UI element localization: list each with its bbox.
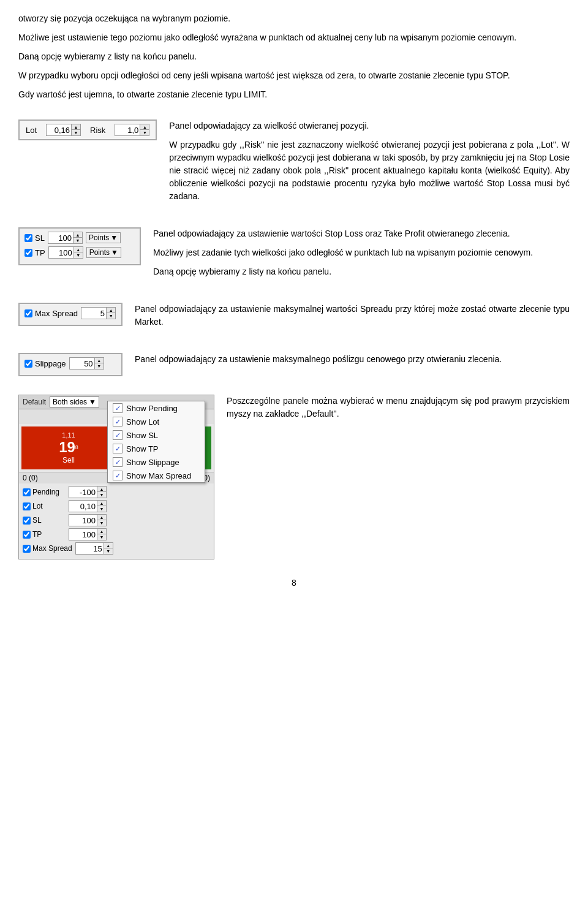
sw-sl-checkbox[interactable] [23,517,31,525]
sw-sl-arrows[interactable]: ▲ ▼ [97,515,106,526]
risk-down-arrow[interactable]: ▼ [140,130,149,135]
pending-down-arrow[interactable]: ▼ [97,492,106,498]
show-lot-label: Show Lot [126,417,159,426]
max-spread-text: Panel odpowiadający za ustawienie maksym… [135,303,570,335]
tp-checkbox-label[interactable]: TP [24,248,45,257]
sw-sl-input[interactable] [69,515,97,526]
sl-down-arrow[interactable]: ▼ [74,238,82,243]
sw-tp-input[interactable] [69,529,97,540]
pending-checkbox-label[interactable]: Pending [23,488,66,496]
sell-price-big: 19 [59,439,75,455]
slippage-spinbox[interactable]: ▲ ▼ [69,357,104,370]
pending-up-arrow[interactable]: ▲ [97,487,106,492]
sw-max-spread-spinbox[interactable]: ▲ ▼ [75,542,113,555]
tp-down-arrow[interactable]: ▼ [74,252,83,258]
sw-lot-down-arrow[interactable]: ▼ [97,506,106,512]
max-spread-arrows[interactable]: ▲ ▼ [106,308,115,319]
slippage-checkbox-label[interactable]: Slippage [24,359,66,368]
max-spread-input[interactable] [81,308,106,319]
max-spread-checkbox[interactable] [24,309,32,317]
max-spread-spinbox[interactable]: ▲ ▼ [81,307,116,319]
sw-tp-spinbox[interactable]: ▲ ▼ [69,528,107,540]
sw-max-spread-up-arrow[interactable]: ▲ [104,543,113,548]
sw-lot-checkbox-label[interactable]: Lot [23,502,66,510]
sw-tp-checkbox[interactable] [23,531,31,539]
sl-tp-panel-image: SL ▲ ▼ Points ▼ [18,227,141,265]
risk-arrows[interactable]: ▲ ▼ [140,124,149,135]
sw-lot-arrows[interactable]: ▲ ▼ [97,501,106,512]
risk-spinbox[interactable]: ▲ ▼ [115,124,149,136]
sw-tp-up-arrow[interactable]: ▲ [97,529,106,534]
slippage-label: Slippage [35,359,66,368]
page-content: otworzy się pozycja oczekująca na wybran… [18,12,570,588]
sw-max-spread-input[interactable] [76,544,104,554]
slippage-up-arrow[interactable]: ▲ [95,358,104,363]
sw-sl-down-arrow[interactable]: ▼ [97,520,106,526]
sw-sl-checkbox-label[interactable]: SL [23,516,66,525]
tp-checkbox[interactable] [24,249,32,257]
sw-max-spread-checkbox-label[interactable]: Max Spread [23,544,72,553]
slippage-input[interactable] [70,358,94,369]
sw-max-spread-arrows[interactable]: ▲ ▼ [104,543,113,554]
sl-input[interactable] [48,233,73,243]
sl-spinbox[interactable]: ▲ ▼ [48,232,83,244]
sw-max-spread-field-row: Max Spread ▲ ▼ [23,542,210,555]
risk-input[interactable] [115,125,140,135]
sw-sl-spinbox[interactable]: ▲ ▼ [69,514,107,526]
sell-button[interactable]: 1,11 198 Sell [21,426,116,469]
tp-up-arrow[interactable]: ▲ [74,247,83,252]
lot-arrows[interactable]: ▲ ▼ [71,124,80,135]
max-spread-section: Max Spread ▲ ▼ Panel odpowiadający za us… [18,303,570,335]
sl-unit-dropdown[interactable]: Points ▼ [86,232,121,243]
context-menu-item-show-sl[interactable]: ✓ Show SL [108,428,205,442]
lot-input[interactable] [47,125,71,135]
context-menu-item-show-tp[interactable]: ✓ Show TP [108,442,205,455]
slippage-arrows[interactable]: ▲ ▼ [94,358,104,369]
context-menu-item-show-max-spread[interactable]: ✓ Show Max Spread [108,469,205,482]
tp-input[interactable] [49,248,74,258]
context-menu[interactable]: ✓ Show Pending ✓ Show Lot ✓ Show SL ✓ Sh… [107,401,205,483]
sw-lot-field-row: Lot ▲ ▼ [23,500,210,512]
pending-spinbox[interactable]: ▲ ▼ [69,486,107,498]
sw-tp-arrows[interactable]: ▲ ▼ [97,529,106,540]
sw-max-spread-down-arrow[interactable]: ▼ [104,548,113,554]
sw-lot-up-arrow[interactable]: ▲ [97,501,106,506]
sw-max-spread-checkbox[interactable] [23,545,31,553]
lot-risk-text: Panel odpowiadający za wielkość otwieran… [169,119,570,209]
lot-up-arrow[interactable]: ▲ [72,124,80,130]
lot-spinbox[interactable]: ▲ ▼ [46,124,81,136]
tp-arrows[interactable]: ▲ ▼ [74,247,83,258]
lot-risk-panel-image: Lot ▲ ▼ Risk ▲ ▼ [18,119,157,140]
sl-checkbox-label[interactable]: SL [24,233,45,243]
sw-fields: Pending ▲ ▼ [19,483,214,559]
sw-tp-down-arrow[interactable]: ▼ [97,534,106,540]
sw-lot-checkbox[interactable] [23,502,31,510]
sw-lot-input[interactable] [69,501,97,512]
pending-checkbox[interactable] [23,488,31,496]
max-spread-down-arrow[interactable]: ▼ [107,313,115,319]
show-sl-check-icon: ✓ [113,430,123,440]
slippage-checkbox[interactable] [24,360,32,368]
lot-risk-panel: Lot ▲ ▼ Risk ▲ ▼ [18,119,157,140]
sl-arrows[interactable]: ▲ ▼ [73,232,82,243]
sw-lot-spinbox[interactable]: ▲ ▼ [69,500,107,512]
para-1: otworzy się pozycja oczekująca na wybran… [18,12,570,25]
sl-checkbox[interactable] [24,234,32,242]
sell-label: Sell [24,456,113,464]
lot-down-arrow[interactable]: ▼ [72,130,80,135]
pending-arrows[interactable]: ▲ ▼ [97,487,106,498]
sw-both-sides-dropdown[interactable]: Both sides ▼ [50,396,99,407]
sw-sl-up-arrow[interactable]: ▲ [97,515,106,520]
sw-tp-checkbox-label[interactable]: TP [23,530,66,539]
risk-up-arrow[interactable]: ▲ [140,124,149,130]
tp-unit-dropdown[interactable]: Points ▼ [86,247,121,258]
max-spread-checkbox-label[interactable]: Max Spread [24,309,78,318]
pending-input[interactable] [69,487,97,498]
context-menu-item-show-slippage[interactable]: ✓ Show Slippage [108,455,205,469]
context-menu-item-show-pending[interactable]: ✓ Show Pending [108,401,205,415]
slippage-down-arrow[interactable]: ▼ [95,363,104,369]
tp-spinbox[interactable]: ▲ ▼ [48,246,83,259]
max-spread-up-arrow[interactable]: ▲ [107,308,115,313]
sl-up-arrow[interactable]: ▲ [74,232,82,238]
context-menu-item-show-lot[interactable]: ✓ Show Lot [108,415,205,428]
